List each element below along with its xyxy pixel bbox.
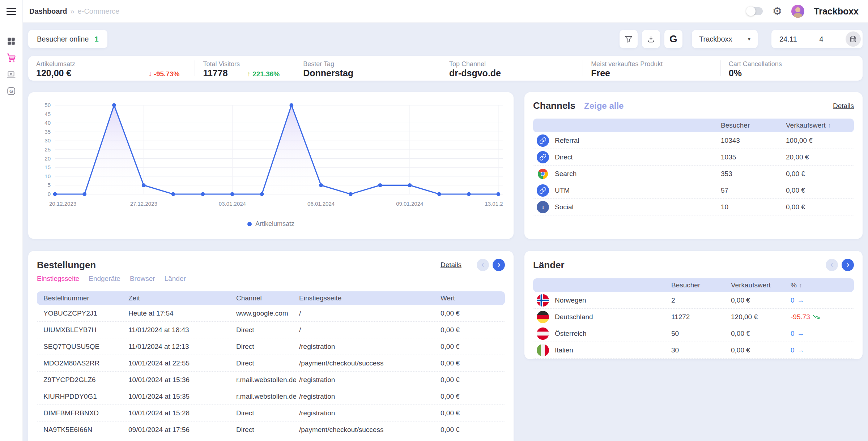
tab-endger-te[interactable]: Endgeräte	[89, 275, 120, 284]
visitors-online-chip[interactable]: Besucher online 1	[28, 30, 107, 48]
country-label: Italien	[555, 346, 573, 354]
country-verkaufswert: 120,00 €	[731, 313, 791, 321]
kpi-value: dr-dsgvo.de	[449, 68, 501, 78]
orders-col-zeit[interactable]: Zeit	[128, 294, 236, 302]
countries-col-verkaufswert[interactable]: Verkaufswert	[731, 281, 791, 289]
channels-panel: Channels Zeige alle Details Besucher Ver…	[524, 92, 863, 239]
channel-besucher: 10343	[721, 137, 786, 145]
country-pct-link[interactable]: 0	[791, 296, 795, 304]
svg-text:13.01.2024: 13.01.2024	[485, 201, 503, 207]
gear-icon[interactable]: ⚙	[772, 6, 782, 17]
channel-label: Search	[555, 170, 576, 178]
order-cell-0: Z9TYCPD2GLZ6	[43, 376, 128, 384]
orders-details-link[interactable]: Details	[441, 261, 461, 269]
channel-row: Direct 1035 20,00 €	[533, 149, 854, 166]
sidebar-item-links[interactable]	[0, 66, 23, 83]
kpi-value: 120,00 €	[36, 68, 71, 78]
orders-col-einstiegsseite[interactable]: Einstiegsseite	[299, 294, 441, 302]
countries-col-pct[interactable]: %↑	[791, 281, 850, 289]
breadcrumb-separator: »	[70, 7, 74, 16]
order-cell-1: 11/01/2024 at 18:43	[128, 326, 236, 334]
channel-verkaufswert: 100,00 €	[786, 137, 850, 145]
calendar-button[interactable]	[846, 31, 861, 47]
svg-text:30: 30	[44, 137, 51, 144]
countries-col-besucher[interactable]: Besucher	[671, 281, 731, 289]
countries-title: Länder	[533, 260, 565, 271]
sort-asc-icon: ↑	[799, 282, 802, 289]
country-besucher: 30	[671, 346, 731, 354]
breadcrumb-current: e-Commerce	[78, 7, 120, 16]
sidebar-item-ecommerce[interactable]	[0, 50, 23, 66]
kpi-total-visitors: Total Visitors 11778↑ 221.36%	[195, 60, 295, 76]
tab-einstiegsseite[interactable]: Einstiegsseite	[37, 275, 79, 284]
country-pct-link[interactable]: 0	[791, 346, 795, 354]
site-selector[interactable]: Trackboxx ▾	[692, 30, 758, 48]
avatar[interactable]	[791, 5, 804, 18]
orders-col-bestellnummer[interactable]: Bestellnummer	[43, 294, 128, 302]
site-selector-value: Trackboxx	[699, 35, 732, 43]
svg-text:25: 25	[44, 146, 51, 153]
tab-browser[interactable]: Browser	[130, 275, 155, 284]
orders-col-channel[interactable]: Channel	[236, 294, 299, 302]
filter-icon	[624, 35, 633, 43]
order-cell-2: r.mail.webstollen.de	[236, 376, 299, 384]
country-pct-link[interactable]: 0	[791, 330, 795, 338]
flag-italy-icon	[537, 344, 549, 356]
order-cell-3: /payment/checkout/success	[299, 359, 441, 367]
order-cell-0: UIUMXBLEYB7H	[43, 326, 128, 334]
orders-prev-button[interactable]	[477, 259, 489, 271]
sidebar-item-dashboard[interactable]	[0, 33, 23, 50]
country-verkaufswert: 0,00 €	[731, 330, 791, 338]
channels-col-verkaufswert[interactable]: Verkaufswert↑	[786, 121, 850, 129]
orders-col-wert[interactable]: Wert	[441, 294, 498, 302]
brand-name: Trackboxx	[814, 6, 859, 17]
tab-l-nder[interactable]: Länder	[165, 275, 186, 284]
sidebar: G	[0, 0, 23, 441]
channels-show-all-link[interactable]: Zeige alle	[584, 101, 624, 111]
svg-text:f: f	[542, 205, 544, 210]
order-cell-0: NA9TK5E6I66N	[43, 426, 128, 434]
kpi-artikelumsatz: Artikelumsatz 120,00 €↓ -95.73%	[28, 60, 195, 76]
countries-prev-button[interactable]	[826, 259, 838, 271]
laptop-link-icon	[7, 70, 16, 79]
order-cell-1: 11/01/2024 at 12:13	[128, 343, 236, 351]
channel-besucher: 353	[721, 170, 786, 178]
theme-toggle[interactable]	[747, 7, 763, 15]
channel-row: Search 353 0,00 €	[533, 166, 854, 182]
channels-col-besucher[interactable]: Besucher	[721, 121, 786, 129]
calendar-icon	[849, 35, 857, 43]
channel-row: Referral 10343 100,00 €	[533, 132, 854, 149]
breadcrumb-root[interactable]: Dashboard	[29, 7, 67, 16]
kpi-top-channel: Top Channel dr-dsgvo.de	[441, 60, 583, 76]
legend-label: Artikelumsatz	[255, 220, 294, 228]
channel-label: Direct	[555, 153, 573, 161]
chrome-icon	[537, 168, 549, 180]
channels-details-link[interactable]: Details	[833, 102, 854, 110]
country-label: Deutschland	[555, 313, 593, 321]
sidebar-item-google[interactable]: G	[0, 83, 23, 99]
kpi-bester-tag: Bester Tag Donnerstag	[295, 60, 441, 76]
orders-panel: Bestellungen Details EinstiegsseiteEndge…	[28, 251, 514, 441]
link-icon	[537, 184, 549, 197]
kpi-label: Cart Cancellations	[729, 60, 858, 68]
google-app-icon: G	[7, 86, 16, 96]
date-range-picker[interactable]: 24.11 4	[771, 30, 863, 48]
google-analytics-button[interactable]: G	[664, 30, 682, 48]
svg-text:15: 15	[44, 164, 51, 170]
channel-row: UTM 57 0,00 €	[533, 182, 854, 199]
filter-button[interactable]	[620, 30, 638, 48]
svg-text:10: 10	[44, 173, 51, 179]
country-row: Norwegen 2 0,00 €0→	[533, 292, 854, 309]
download-button[interactable]	[642, 30, 660, 48]
order-cell-1: Heute at 17:54	[128, 309, 236, 317]
arrow-right-icon: →	[797, 296, 804, 304]
orders-tabs: EinstiegsseiteEndgeräteBrowserLänder	[37, 275, 505, 284]
kpi-value: Free	[591, 68, 610, 78]
order-row: NA9TK5E6I66N09/01/2024 at 17:56Direct/pa…	[37, 421, 505, 438]
hamburger-menu-icon[interactable]	[0, 0, 23, 23]
countries-next-button[interactable]	[842, 259, 854, 271]
order-cell-3: /registration	[299, 393, 441, 401]
google-g-icon: G	[669, 33, 677, 45]
line-chart: 0510152025303540455020.12.202327.12.2023…	[39, 101, 503, 217]
orders-next-button[interactable]	[493, 259, 505, 271]
